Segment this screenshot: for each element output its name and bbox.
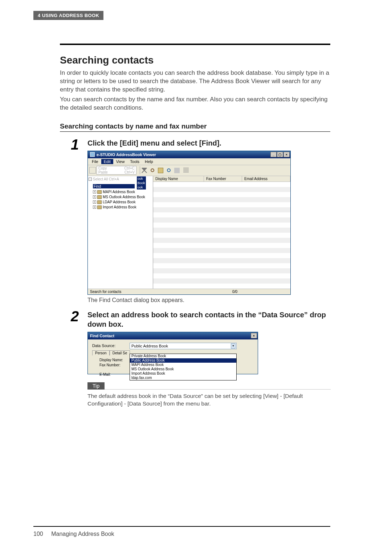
tip-text: The default address book in the “Data So… — [87, 392, 329, 408]
intro-paragraph-1: In order to quickly locate contacts you … — [60, 69, 330, 94]
chapter-header: 4 USING ADDRESS BOOK — [33, 11, 103, 20]
folder-icon — [97, 205, 102, 209]
minimize-button[interactable]: _ — [270, 152, 277, 157]
step-1-number: 1 — [71, 138, 83, 151]
tree-suffix-2: ook — [137, 185, 146, 190]
list-header: Display Name Fax Number Email Address — [153, 176, 290, 182]
maximize-button[interactable]: ▢ — [277, 152, 283, 157]
label-fax-number: Fax Number: — [99, 363, 123, 368]
window-title: e-STUDIO AddressBook Viewer — [97, 152, 156, 157]
tip-label: Tip — [87, 382, 105, 390]
footer-title: Managing Address Book — [51, 531, 114, 537]
tree-highlight-stack: ook Book ook — [137, 176, 146, 190]
menu-tools[interactable]: Tools — [127, 159, 142, 164]
toolbar-list-icon[interactable] — [183, 168, 189, 173]
data-source-label: Data Source: — [92, 343, 115, 348]
toolbar-delete-icon[interactable] — [142, 168, 147, 173]
option-ldap[interactable]: ldap.fax.com — [130, 376, 236, 380]
step-2-number: 2 — [71, 310, 83, 322]
option-public[interactable]: Public Address Book — [130, 358, 236, 363]
toolbar-insert-icon[interactable] — [174, 168, 180, 173]
intro-paragraph-2: You can search contacts by the name and … — [60, 95, 330, 112]
menu-view[interactable]: View — [114, 159, 127, 164]
chevron-down-icon[interactable]: ▼ — [231, 343, 236, 349]
tree-pane: - Select All Ctrl+A ook Book ook Find — [88, 176, 153, 289]
option-mapi[interactable]: MAPI Address Book — [130, 363, 236, 367]
col-fax-number[interactable]: Fax Number — [204, 176, 242, 182]
col-email[interactable]: Email Address — [242, 176, 290, 182]
list-rows — [153, 182, 290, 289]
page-number: 100 — [33, 531, 43, 537]
close-button[interactable]: × — [283, 152, 290, 157]
field-labels: Display Name: Fax Number: E-Mail: — [99, 358, 123, 377]
tree-item-import[interactable]: + Import Address Book — [89, 205, 152, 210]
addressbook-viewer-window: e-STUDIO AddressBook Viewer _ ▢ × File E… — [87, 151, 291, 295]
folder-icon — [97, 190, 102, 194]
titlebar: e-STUDIO AddressBook Viewer _ ▢ × — [88, 151, 290, 158]
folder-icon — [97, 195, 102, 199]
edit-menu-selectall[interactable]: Select All Ctrl+A — [93, 177, 119, 181]
label-email: E-Mail: — [99, 372, 123, 377]
dialog-close-button[interactable]: × — [251, 333, 257, 338]
menu-file[interactable]: File — [89, 159, 101, 164]
col-display-name[interactable]: Display Name — [153, 176, 204, 182]
toolbar-refresh-icon[interactable] — [167, 168, 171, 172]
tab-detail[interactable]: Detail Se — [110, 350, 130, 355]
step-2-title: Select an address book to search contact… — [87, 310, 331, 329]
option-private[interactable]: Private Address Book — [130, 354, 236, 358]
step-1-title: Click the [Edit] menu and select [Find]. — [87, 138, 330, 148]
toolbar-separator — [140, 166, 140, 174]
menubar: File Edit View Tools Help — [88, 158, 290, 165]
tab-person[interactable]: Person — [92, 350, 110, 355]
app-icon — [90, 152, 95, 157]
toolbar: CopyCtrl+C PasteCtrl+V — [88, 165, 290, 176]
status-left: Search for contacts — [90, 290, 121, 294]
find-contact-dialog: Find Contact × Data Source: Public Addre… — [87, 332, 258, 374]
menu-help[interactable]: Help — [142, 159, 156, 164]
tree-item-mapi[interactable]: + MAPI Address Book — [89, 190, 152, 195]
toolbar-icon-leading[interactable] — [89, 167, 96, 174]
footer: 100 Managing Address Book — [33, 531, 114, 537]
tree-collapse[interactable]: - — [89, 178, 92, 181]
data-source-value: Public Address Book — [131, 344, 168, 348]
label-display-name: Display Name: — [99, 358, 123, 363]
status-right: 0/0 — [232, 290, 237, 294]
tree-item-ldap[interactable]: + LDAP Address Book — [89, 200, 152, 205]
tree-item-outlook[interactable]: + MS Outlook Address Book — [89, 195, 152, 200]
statusbar: Search for contacts 0/0 — [88, 289, 290, 294]
tip-block: Tip The default address book in the “Dat… — [87, 382, 331, 408]
menu-edit[interactable]: Edit — [101, 159, 113, 164]
dialog-title: Find Contact — [90, 334, 114, 338]
edit-menu-find[interactable]: Find — [93, 184, 135, 188]
section-title: Searching contacts — [60, 54, 330, 66]
dialog-titlebar: Find Contact × — [88, 332, 258, 339]
option-import[interactable]: Import Address Book — [130, 371, 236, 376]
edit-dropdown-menu[interactable]: CopyCtrl+C PasteCtrl+V — [97, 166, 136, 175]
list-pane: Display Name Fax Number Email Address — [153, 176, 290, 289]
option-outlook[interactable]: MS Outlook Address Book — [130, 367, 236, 371]
toolbar-find-icon[interactable] — [151, 168, 154, 172]
horizontal-rule-bottom — [33, 526, 330, 527]
subhead: Searching contacts by name and fax numbe… — [60, 122, 330, 132]
step-1-caption: The Find Contact dialog box appears. — [87, 297, 330, 304]
tree-suffix-1: Book — [137, 181, 146, 185]
toolbar-copy-icon[interactable] — [158, 168, 163, 173]
folder-icon — [97, 200, 102, 204]
step-2: 2 Select an address book to search conta… — [71, 310, 330, 408]
horizontal-rule-top — [60, 44, 330, 45]
data-source-options[interactable]: Private Address Book Public Address Book… — [130, 354, 237, 380]
main-content: Searching contacts In order to quickly l… — [60, 54, 330, 408]
tip-divider — [87, 389, 331, 390]
data-source-select[interactable]: Public Address Book ▼ — [130, 343, 237, 349]
tree-suffix-0: ook — [137, 176, 146, 181]
step-1: 1 Click the [Edit] menu and select [Find… — [71, 138, 330, 304]
chapter-text: 4 USING ADDRESS BOOK — [38, 13, 99, 18]
